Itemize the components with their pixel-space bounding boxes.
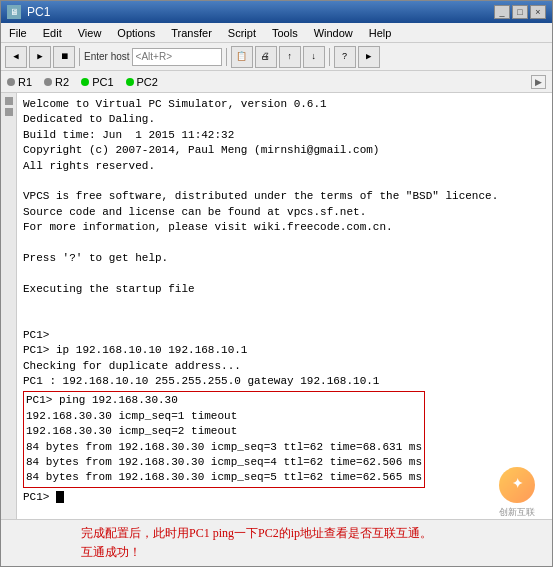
device-dot-pc2 <box>126 78 134 86</box>
terminal-output[interactable]: Welcome to Virtual PC Simulator, version… <box>17 93 552 519</box>
terminal-prompt-end: PC1> <box>23 490 546 505</box>
menu-bar: File Edit View Options Transfer Script T… <box>1 23 552 43</box>
menu-file[interactable]: File <box>5 26 31 40</box>
maximize-button[interactable]: □ <box>512 5 528 19</box>
cursor <box>56 491 64 503</box>
device-label-r1: R1 <box>18 76 32 88</box>
toolbar-upload-btn[interactable]: ↑ <box>279 46 301 68</box>
toolbar-print-btn[interactable]: 🖨 <box>255 46 277 68</box>
terminal-intro: Welcome to Virtual PC Simulator, version… <box>23 97 546 389</box>
menu-help[interactable]: Help <box>365 26 396 40</box>
ping-command: PC1> ping 192.168.30.30 192.168.30.30 ic… <box>26 393 422 485</box>
device-tab-pc1[interactable]: PC1 <box>81 76 113 88</box>
toolbar-back-btn[interactable]: ◀ <box>5 46 27 68</box>
toolbar-download-btn[interactable]: ↓ <box>303 46 325 68</box>
ping-block: PC1> ping 192.168.30.30 192.168.30.30 ic… <box>23 391 425 487</box>
toolbar-stop-btn[interactable]: ⏹ <box>53 46 75 68</box>
toolbar-host-input[interactable] <box>132 48 222 66</box>
device-label-pc2: PC2 <box>137 76 158 88</box>
toolbar-separator-2 <box>226 48 227 66</box>
sidebar-icon-1 <box>5 97 13 105</box>
logo-text: 创新互联 <box>499 505 535 519</box>
menu-script[interactable]: Script <box>224 26 260 40</box>
scroll-indicator: ▶ <box>531 75 546 89</box>
annotation-line2: 互通成功！ <box>81 545 141 559</box>
toolbar: ◀ ▶ ⏹ Enter host 📋 🖨 ↑ ↓ ? ▶ <box>1 43 552 71</box>
main-window: 🖥 PC1 _ □ × File Edit View Options Trans… <box>0 0 553 567</box>
logo-circle: ✦ <box>499 467 535 503</box>
left-sidebar <box>1 93 17 519</box>
menu-transfer[interactable]: Transfer <box>167 26 216 40</box>
device-label-r2: R2 <box>55 76 69 88</box>
minimize-button[interactable]: _ <box>494 5 510 19</box>
toolbar-enter-label: Enter host <box>84 51 130 62</box>
title-bar: 🖥 PC1 _ □ × <box>1 1 552 23</box>
sidebar-icon-2 <box>5 108 13 116</box>
toolbar-separator-3 <box>329 48 330 66</box>
annotation-line1: 完成配置后，此时用PC1 ping一下PC2的ip地址查看是否互联互通。 <box>81 526 432 540</box>
device-dot-r1 <box>7 78 15 86</box>
logo-area: ✦ 创新互联 <box>499 467 535 519</box>
device-tab-r2[interactable]: R2 <box>44 76 69 88</box>
main-area: Welcome to Virtual PC Simulator, version… <box>1 93 552 519</box>
window-title: PC1 <box>27 5 50 19</box>
toolbar-separator-1 <box>79 48 80 66</box>
terminal-wrapper: Welcome to Virtual PC Simulator, version… <box>17 93 552 519</box>
annotation-bar: 完成配置后，此时用PC1 ping一下PC2的ip地址查看是否互联互通。 互通成… <box>1 519 552 566</box>
menu-options[interactable]: Options <box>113 26 159 40</box>
toolbar-copy-btn[interactable]: 📋 <box>231 46 253 68</box>
menu-edit[interactable]: Edit <box>39 26 66 40</box>
device-tab-r1[interactable]: R1 <box>7 76 32 88</box>
device-label-pc1: PC1 <box>92 76 113 88</box>
device-dot-pc1 <box>81 78 89 86</box>
device-bar: R1 R2 PC1 PC2 ▶ <box>1 71 552 93</box>
menu-tools[interactable]: Tools <box>268 26 302 40</box>
window-icon: 🖥 <box>7 5 21 19</box>
device-dot-r2 <box>44 78 52 86</box>
menu-window[interactable]: Window <box>310 26 357 40</box>
device-tab-pc2[interactable]: PC2 <box>126 76 158 88</box>
toolbar-run-btn[interactable]: ▶ <box>358 46 380 68</box>
toolbar-forward-btn[interactable]: ▶ <box>29 46 51 68</box>
close-button[interactable]: × <box>530 5 546 19</box>
toolbar-help-btn[interactable]: ? <box>334 46 356 68</box>
menu-view[interactable]: View <box>74 26 106 40</box>
